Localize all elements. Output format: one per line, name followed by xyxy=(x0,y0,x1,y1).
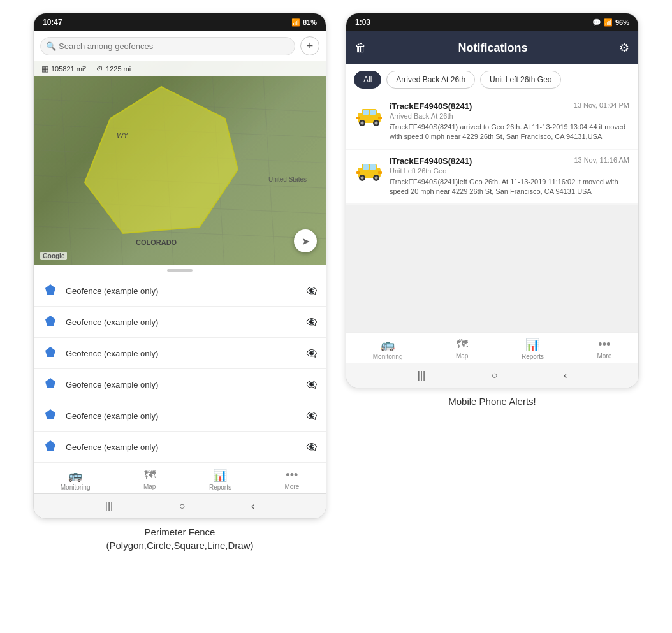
notifications-title: Notifications xyxy=(373,41,613,55)
svg-point-23 xyxy=(361,122,364,125)
right-phone: 1:03 💬 📶 96% 🗑 Notifications ⚙ All Arriv… xyxy=(346,13,639,388)
geofence-name: Geofence (example only) xyxy=(66,349,298,358)
filter-tab-all[interactable]: All xyxy=(354,71,381,89)
compass-button[interactable]: ➤ xyxy=(294,229,317,252)
svg-line-10 xyxy=(262,61,275,265)
right-time: 1:03 xyxy=(355,18,370,27)
nav-reports[interactable]: 📊 Reports xyxy=(209,469,231,491)
trash-icon[interactable]: 🗑 xyxy=(355,41,367,55)
left-status-icons: 📶 81% xyxy=(291,18,317,27)
monitoring-icon: 🚌 xyxy=(68,469,82,483)
map-icon-right: 🗺 xyxy=(457,338,468,351)
list-item[interactable]: Geofence (example only) 👁‍🗨 xyxy=(34,400,326,432)
filter-tab-arrived[interactable]: Arrived Back At 26th xyxy=(386,71,475,89)
eye-icon[interactable]: 👁‍🗨 xyxy=(306,379,317,389)
svg-rect-37 xyxy=(378,171,382,174)
eye-icon[interactable]: 👁‍🗨 xyxy=(306,411,317,421)
gear-icon[interactable]: ⚙ xyxy=(619,41,629,55)
right-caption: Mobile Phone Alerts! xyxy=(448,395,536,408)
car-icon xyxy=(355,104,383,127)
android-home-icon[interactable]: ○ xyxy=(179,500,186,512)
notif-event-1: Arrived Back At 26th xyxy=(390,112,629,120)
reports-icon: 📊 xyxy=(213,469,227,483)
right-status-icons: 💬 📶 96% xyxy=(592,18,629,27)
android-back-icon-right[interactable]: ‹ xyxy=(564,370,567,381)
notif-body-1: iTrackEF4940S(8241) arrived to Geo 26th.… xyxy=(390,122,629,142)
wifi-icon: 📶 xyxy=(291,18,300,27)
notification-card[interactable]: iTrackEF4940S(8241) 13 Nov, 01:04 PM Arr… xyxy=(346,95,638,149)
car-avatar-2 xyxy=(355,156,383,184)
geofence-name: Geofence (example only) xyxy=(66,442,298,452)
list-item[interactable]: Geofence (example only) 👁‍🗨 xyxy=(34,275,326,307)
map-background: WY COLORADO United States Google ➤ xyxy=(34,61,326,265)
area-value: 105821 mi² xyxy=(51,65,86,73)
svg-rect-31 xyxy=(370,164,376,170)
geofence-icon xyxy=(43,377,58,392)
notif-time-1: 13 Nov, 01:04 PM xyxy=(574,101,629,109)
android-home-icon-right[interactable]: ○ xyxy=(492,370,498,381)
monitoring-label-right: Monitoring xyxy=(373,353,403,360)
more-label: More xyxy=(284,483,299,490)
more-icon-right: ••• xyxy=(598,338,610,351)
android-menu-icon[interactable]: ||| xyxy=(105,500,113,512)
battery-right: 96% xyxy=(615,18,629,26)
reports-label-right: Reports xyxy=(522,353,544,360)
map-label: Map xyxy=(143,483,156,490)
geofence-icon xyxy=(43,283,58,298)
nav-reports-right[interactable]: 📊 Reports xyxy=(522,338,544,360)
list-item[interactable]: Geofence (example only) 👁‍🗨 xyxy=(34,369,326,400)
scroll-bar xyxy=(34,265,326,275)
eye-icon[interactable]: 👁‍🗨 xyxy=(306,348,317,358)
nav-map[interactable]: 🗺 Map xyxy=(143,469,156,491)
right-status-bar: 1:03 💬 📶 96% xyxy=(346,13,638,31)
map-label-colorado: COLORADO xyxy=(136,238,177,246)
eye-icon[interactable]: 👁‍🗨 xyxy=(306,442,317,452)
svg-line-6 xyxy=(59,61,72,265)
svg-marker-17 xyxy=(45,440,55,451)
nav-map-right[interactable]: 🗺 Map xyxy=(456,338,468,360)
list-item[interactable]: Geofence (example only) 👁‍🗨 xyxy=(34,338,326,369)
filter-tabs: All Arrived Back At 26th Unit Left 26th … xyxy=(346,64,638,95)
svg-point-35 xyxy=(375,176,378,179)
search-input[interactable] xyxy=(40,37,295,55)
map-label-right: Map xyxy=(456,353,468,360)
svg-point-25 xyxy=(375,122,378,125)
eye-icon[interactable]: 👁‍🗨 xyxy=(306,317,317,327)
distance-value: 1225 mi xyxy=(106,65,131,73)
google-logo: Google xyxy=(40,252,67,260)
reports-icon-right: 📊 xyxy=(525,338,539,352)
nav-monitoring[interactable]: 🚌 Monitoring xyxy=(61,469,91,491)
more-label-right: More xyxy=(597,353,611,360)
svg-marker-13 xyxy=(45,316,55,326)
list-item[interactable]: Geofence (example only) 👁‍🗨 xyxy=(34,307,326,338)
geofence-icon xyxy=(43,439,58,455)
more-icon: ••• xyxy=(286,469,298,482)
notif-event-2: Unit Left 26th Geo xyxy=(390,167,629,175)
map-icon: 🗺 xyxy=(144,469,156,482)
notification-card[interactable]: iTrackEF4940S(8241) 13 Nov, 11:16 AM Uni… xyxy=(346,150,638,203)
android-nav-right: ||| ○ ‹ xyxy=(346,363,638,388)
search-wrapper[interactable]: 🔍 xyxy=(40,37,295,55)
svg-rect-26 xyxy=(356,117,360,119)
svg-rect-27 xyxy=(378,117,382,119)
add-geofence-button[interactable]: + xyxy=(300,36,319,55)
reports-label: Reports xyxy=(209,484,231,491)
nav-monitoring-right[interactable]: 🚌 Monitoring xyxy=(373,338,403,360)
distance-icon: ⏱ xyxy=(96,65,103,73)
battery-left: 81% xyxy=(303,18,317,26)
geofence-name: Geofence (example only) xyxy=(66,317,298,327)
android-back-icon[interactable]: ‹ xyxy=(251,500,254,512)
geofence-icon xyxy=(43,346,58,361)
list-item[interactable]: Geofence (example only) 👁‍🗨 xyxy=(34,432,326,463)
wifi-icon-right: 📶 xyxy=(604,18,613,27)
eye-icon[interactable]: 👁‍🗨 xyxy=(306,286,317,296)
nav-more[interactable]: ••• More xyxy=(284,469,299,491)
geofence-name: Geofence (example only) xyxy=(66,411,298,421)
android-menu-icon-right[interactable]: ||| xyxy=(418,370,425,381)
svg-marker-11 xyxy=(85,87,238,233)
nav-more-right[interactable]: ••• More xyxy=(597,338,611,360)
bottom-nav-left: 🚌 Monitoring 🗺 Map 📊 Reports ••• More xyxy=(34,463,326,493)
svg-rect-36 xyxy=(356,171,360,174)
left-status-bar: 10:47 📶 81% xyxy=(34,13,326,31)
filter-tab-left[interactable]: Unit Left 26th Geo xyxy=(480,71,561,89)
